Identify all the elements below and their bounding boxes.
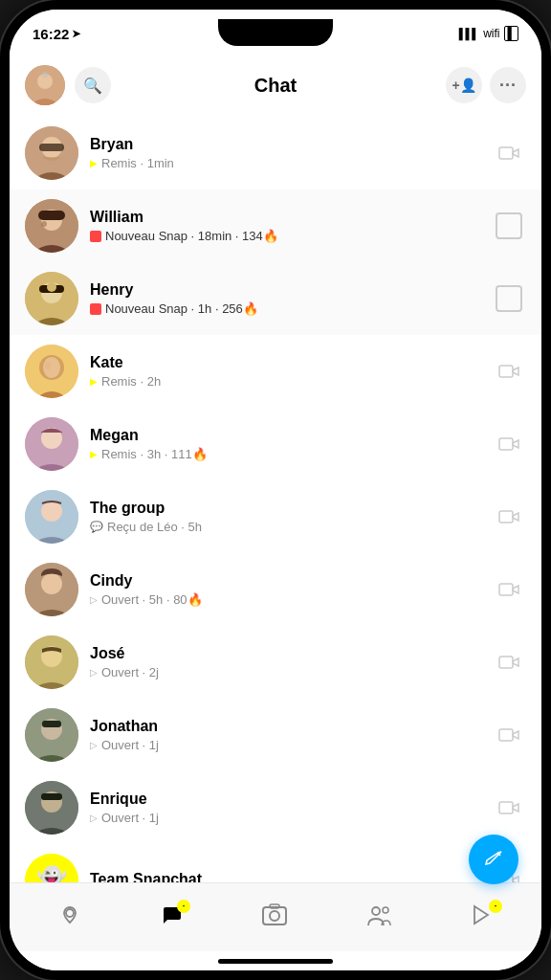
sent-arrow-icon: ▶ xyxy=(90,158,98,168)
chat-item-jonathan[interactable]: Jonathan ▷ Ouvert · 1j xyxy=(10,699,541,771)
status-time: 16:22 ➤ xyxy=(33,26,80,42)
chat-name-kate: Kate xyxy=(90,354,480,371)
chat-status-bryan: ▶ Remis · 1min xyxy=(90,156,480,170)
chat-name-megan: Megan xyxy=(90,427,480,444)
svg-rect-22 xyxy=(499,438,513,450)
nav-item-chat[interactable]: · xyxy=(144,896,198,940)
avatar-henry xyxy=(25,272,78,325)
snap-box-william[interactable] xyxy=(492,209,526,243)
svg-text:👻: 👻 xyxy=(36,864,68,882)
chat-status-enrique: ▷ Ouvert · 1j xyxy=(90,811,480,825)
svg-point-47 xyxy=(372,907,380,915)
message-box-icon-henry xyxy=(496,285,522,312)
svg-point-24 xyxy=(41,501,62,522)
camera-action-cindy[interactable] xyxy=(492,572,526,607)
svg-marker-49 xyxy=(474,906,488,924)
camera-action-enrique[interactable] xyxy=(492,791,526,825)
chat-badge: · xyxy=(177,900,190,913)
avatar-bryan xyxy=(25,126,78,180)
chat-item-henry[interactable]: Henry Nouveau Snap · 1h · 256🔥 xyxy=(10,262,541,335)
chat-info-enrique: Enrique ▷ Ouvert · 1j xyxy=(90,791,480,825)
opened-arrow-icon-enrique: ▷ xyxy=(90,813,98,823)
chat-item-cindy[interactable]: Cindy ▷ Ouvert · 5h · 80🔥 xyxy=(10,553,541,626)
chat-status-megan: ▶ Remis · 3h · 111🔥 xyxy=(90,447,480,461)
message-box-icon xyxy=(496,212,522,239)
chat-item-enrique[interactable]: Enrique ▷ Ouvert · 1j xyxy=(10,771,541,844)
chat-status-the-group: 💬 Reçu de Léo · 5h xyxy=(90,520,480,534)
avatar-enrique xyxy=(25,781,78,835)
wifi-icon: wifi xyxy=(483,27,499,40)
nav-item-camera[interactable] xyxy=(246,894,303,942)
chat-status-kate: ▶ Remis · 2h xyxy=(90,374,480,389)
camera-action-kate[interactable] xyxy=(492,354,526,389)
msg-icon-the-group: 💬 xyxy=(90,521,103,533)
camera-action-megan[interactable] xyxy=(492,427,526,461)
header-left: 🔍 xyxy=(25,65,111,105)
svg-point-45 xyxy=(270,911,279,921)
chat-info-jose: José ▷ Ouvert · 2j xyxy=(90,645,480,679)
snap-indicator-william xyxy=(90,231,101,242)
battery-icon: ▌ xyxy=(504,26,518,41)
chat-info-bryan: Bryan ▶ Remis · 1min xyxy=(90,136,480,170)
avatar-jose xyxy=(25,635,78,689)
chat-info-cindy: Cindy ▷ Ouvert · 5h · 80🔥 xyxy=(90,572,480,607)
chat-item-megan[interactable]: Megan ▶ Remis · 3h · 111🔥 xyxy=(10,408,541,480)
search-button[interactable]: 🔍 xyxy=(75,67,111,103)
user-avatar[interactable] xyxy=(25,65,65,105)
camera-action-jose[interactable] xyxy=(492,645,526,679)
snap-indicator-henry xyxy=(90,303,101,315)
chat-item-team-snapchat[interactable]: 👻 Team Snapchat xyxy=(10,844,541,882)
map-icon xyxy=(58,903,81,932)
svg-rect-25 xyxy=(499,511,513,523)
chat-item-the-group[interactable]: The group 💬 Reçu de Léo · 5h xyxy=(10,480,541,553)
camera-action-bryan[interactable] xyxy=(492,136,526,170)
svg-point-43 xyxy=(66,909,74,917)
compose-fab-button[interactable] xyxy=(469,835,518,884)
chat-status-cindy: ▷ Ouvert · 5h · 80🔥 xyxy=(90,592,480,607)
chat-status-jonathan: ▷ Ouvert · 1j xyxy=(90,738,480,752)
chat-info-jonathan: Jonathan ▷ Ouvert · 1j xyxy=(90,718,480,752)
svg-rect-28 xyxy=(499,584,513,595)
app-header: 🔍 Chat +👤 ··· xyxy=(10,57,541,117)
svg-point-27 xyxy=(41,573,62,594)
notch xyxy=(218,19,333,46)
avatar-megan xyxy=(25,417,78,471)
chat-info-henry: Henry Nouveau Snap · 1h · 256🔥 xyxy=(90,281,480,316)
chat-name-team-snapchat: Team Snapchat xyxy=(90,871,480,883)
svg-rect-44 xyxy=(263,907,286,924)
chat-info-megan: Megan ▶ Remis · 3h · 111🔥 xyxy=(90,427,480,461)
chat-item-bryan[interactable]: Bryan ▶ Remis · 1min xyxy=(10,117,541,189)
snap-box-henry[interactable] xyxy=(492,281,526,316)
camera-action-the-group[interactable] xyxy=(492,500,526,534)
svg-point-2 xyxy=(42,72,48,78)
add-friend-button[interactable]: +👤 xyxy=(446,67,482,103)
chat-item-kate[interactable]: Kate ▶ Remis · 2h xyxy=(10,335,541,408)
svg-point-14 xyxy=(47,282,56,292)
chat-info-the-group: The group 💬 Reçu de Léo · 5h xyxy=(90,500,480,534)
page-title: Chat xyxy=(254,75,297,97)
chat-item-william[interactable]: William Nouveau Snap · 18min · 134🔥 xyxy=(10,189,541,262)
svg-rect-5 xyxy=(39,144,64,151)
opened-arrow-icon-jonathan: ▷ xyxy=(90,740,98,750)
chat-item-jose[interactable]: José ▷ Ouvert · 2j xyxy=(10,626,541,699)
chat-info-william: William Nouveau Snap · 18min · 134🔥 xyxy=(90,209,480,243)
more-options-button[interactable]: ··· xyxy=(490,67,526,103)
status-icons: ▌▌▌ wifi ▌ xyxy=(459,26,518,41)
friends-icon xyxy=(366,904,391,931)
camera-icon xyxy=(261,902,288,934)
svg-rect-9 xyxy=(38,211,65,220)
chat-name-cindy: Cindy xyxy=(90,572,480,590)
nav-item-stories[interactable]: · xyxy=(454,896,508,940)
chat-info-team-snapchat: Team Snapchat xyxy=(90,871,480,883)
bottom-navigation: · xyxy=(10,882,541,951)
svg-rect-35 xyxy=(499,729,513,741)
avatar-the-group xyxy=(25,490,78,544)
status-bar: 16:22 ➤ ▌▌▌ wifi ▌ xyxy=(10,10,541,57)
nav-item-map[interactable] xyxy=(43,896,97,940)
camera-action-jonathan[interactable] xyxy=(492,718,526,752)
avatar-william xyxy=(25,199,78,253)
nav-item-friends[interactable] xyxy=(351,897,407,939)
opened-arrow-icon-jose: ▷ xyxy=(90,667,98,678)
svg-point-10 xyxy=(41,221,47,227)
signal-icon: ▌▌▌ xyxy=(459,28,478,39)
